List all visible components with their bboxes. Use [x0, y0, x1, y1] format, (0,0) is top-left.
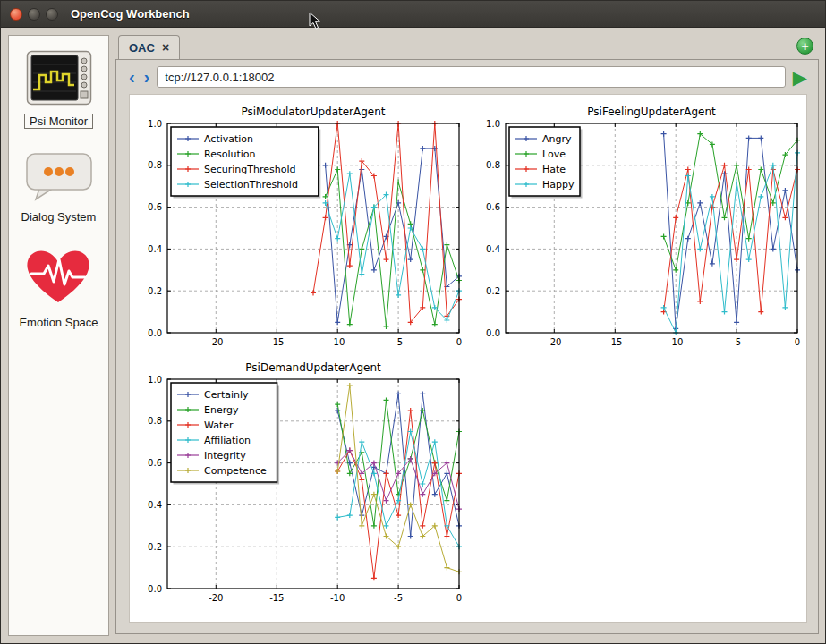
chart-psi-feeling-updater-agent: -20-15-10-500.00.20.40.60.81.0PsiFeeling…	[473, 100, 806, 352]
svg-text:0: 0	[456, 337, 462, 347]
svg-text:PsiDemandUpdaterAgent: PsiDemandUpdaterAgent	[245, 361, 381, 374]
charts-panel: -20-15-10-500.00.20.40.60.81.0PsiModulat…	[129, 94, 807, 623]
main-area: OAC × + ‹ › ▶ -20-15-10-500.00.20.40.60.…	[115, 35, 819, 634]
url-input[interactable]	[157, 66, 786, 88]
sidebar-item-label: Emotion Space	[19, 316, 98, 329]
svg-text:Resolution: Resolution	[204, 148, 256, 160]
minimize-button[interactable]	[28, 8, 40, 21]
svg-text:PsiFeelingUpdaterAgent: PsiFeelingUpdaterAgent	[587, 106, 716, 118]
sidebar-item-emotion-space[interactable]: Emotion Space	[19, 245, 98, 329]
window-title: OpenCog Workbench	[71, 7, 190, 21]
svg-text:-20: -20	[547, 337, 561, 347]
tab-oac[interactable]: OAC ×	[118, 35, 180, 59]
sidebar-item-label: Dialog System	[21, 210, 97, 224]
svg-text:0.0: 0.0	[148, 584, 162, 594]
chart-psi-modulator-updater-agent: -20-15-10-500.00.20.40.60.81.0PsiModulat…	[135, 100, 468, 352]
svg-text:SecuringThreshold: SecuringThreshold	[204, 164, 296, 175]
app-window: OpenCog Workbench Psi Monitor	[0, 0, 826, 644]
chart-psi-demand-updater-agent: -20-15-10-500.00.20.40.60.81.0PsiDemandU…	[135, 356, 468, 608]
svg-text:-15: -15	[269, 593, 284, 603]
svg-text:0.2: 0.2	[148, 286, 162, 296]
sidebar: Psi Monitor Dialog System Emotion Space	[8, 35, 109, 636]
svg-text:0.0: 0.0	[148, 328, 162, 338]
svg-text:-20: -20	[209, 593, 223, 603]
svg-text:-20: -20	[209, 337, 223, 347]
svg-text:Hate: Hate	[542, 164, 566, 175]
svg-text:-5: -5	[732, 337, 741, 347]
svg-text:Affiliation: Affiliation	[204, 435, 251, 446]
svg-text:0: 0	[456, 593, 462, 603]
tab-label: OAC	[129, 41, 155, 55]
svg-text:0.8: 0.8	[486, 160, 500, 170]
svg-text:-10: -10	[330, 337, 345, 347]
svg-text:PsiModulatorUpdaterAgent: PsiModulatorUpdaterAgent	[241, 106, 385, 118]
svg-text:0.4: 0.4	[148, 500, 162, 510]
svg-text:0.4: 0.4	[148, 244, 162, 254]
svg-text:1.0: 1.0	[148, 375, 162, 385]
svg-text:Competence: Competence	[204, 465, 267, 477]
svg-text:1.0: 1.0	[148, 119, 162, 129]
close-button[interactable]	[10, 8, 22, 21]
tab-close-icon[interactable]: ×	[162, 41, 169, 54]
svg-text:-15: -15	[269, 337, 284, 347]
sidebar-item-label: Psi Monitor	[24, 114, 93, 129]
sidebar-item-dialog-system[interactable]: Dialog System	[21, 150, 97, 224]
heart-icon	[21, 245, 96, 308]
svg-text:Integrity: Integrity	[204, 450, 246, 462]
svg-text:-10: -10	[668, 337, 683, 347]
svg-text:0.6: 0.6	[486, 202, 500, 212]
sidebar-item-psi-monitor[interactable]: Psi Monitor	[24, 50, 93, 129]
titlebar: OpenCog Workbench	[1, 1, 825, 28]
oscilloscope-icon	[26, 50, 92, 106]
go-button[interactable]: ▶	[791, 68, 809, 87]
svg-text:0.2: 0.2	[486, 286, 500, 296]
maximize-button[interactable]	[46, 8, 58, 21]
svg-text:-5: -5	[394, 337, 403, 347]
svg-text:SelectionThreshold: SelectionThreshold	[204, 179, 298, 191]
svg-text:Certainly: Certainly	[204, 389, 249, 401]
svg-text:0.2: 0.2	[148, 542, 162, 552]
back-button[interactable]: ‹	[127, 68, 137, 86]
forward-button[interactable]: ›	[142, 68, 152, 86]
svg-text:0.8: 0.8	[148, 160, 162, 170]
svg-text:-15: -15	[608, 337, 622, 347]
add-tab-button[interactable]: +	[796, 38, 813, 55]
svg-text:-10: -10	[330, 593, 345, 603]
svg-text:Activation: Activation	[204, 133, 253, 145]
svg-text:1.0: 1.0	[486, 119, 500, 129]
tab-bar: OAC × +	[115, 35, 819, 59]
svg-text:0.6: 0.6	[148, 458, 162, 468]
speech-bubble-icon	[24, 150, 94, 202]
svg-text:0.6: 0.6	[148, 202, 162, 212]
svg-text:Love: Love	[542, 148, 566, 160]
toolbar: ‹ › ▶	[116, 60, 818, 92]
svg-text:Energy: Energy	[204, 404, 239, 416]
svg-text:Happy: Happy	[542, 179, 575, 191]
svg-text:0: 0	[795, 337, 800, 347]
svg-text:0.4: 0.4	[486, 244, 500, 254]
tab-content: ‹ › ▶ -20-15-10-500.00.20.40.60.81.0PsiM…	[115, 59, 819, 634]
svg-text:-5: -5	[394, 593, 403, 603]
svg-text:0.0: 0.0	[486, 328, 500, 338]
svg-text:Angry: Angry	[542, 133, 572, 145]
svg-text:Water: Water	[204, 419, 234, 431]
svg-text:0.8: 0.8	[148, 416, 162, 426]
